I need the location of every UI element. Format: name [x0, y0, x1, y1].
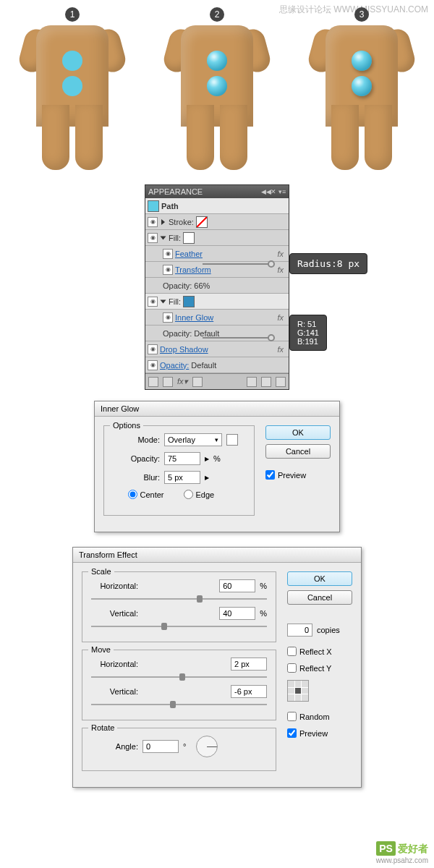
rotate-legend: Rotate [88, 723, 117, 732]
h-label: Horizontal: [91, 660, 138, 668]
step-1: 1 [22, 7, 123, 170]
move-legend: Move [88, 645, 114, 654]
preview-checkbox[interactable]: Preview [287, 728, 352, 738]
path-row[interactable]: Path [145, 198, 289, 214]
cancel-button[interactable]: Cancel [287, 590, 352, 605]
drop-shadow-row[interactable]: Drop Shadow fx [145, 341, 289, 357]
move-v-input[interactable]: -6 px [231, 685, 267, 698]
expand-icon[interactable] [161, 219, 165, 225]
preview-checkbox[interactable]: Preview [265, 470, 331, 480]
expand-icon[interactable] [161, 236, 166, 239]
step-2: 2 [166, 7, 268, 170]
inner-glow-row[interactable]: Inner Glow fx [145, 310, 289, 326]
scale-v-input[interactable]: 40 [219, 607, 255, 620]
visibility-icon[interactable] [148, 360, 158, 370]
new-icon[interactable] [261, 377, 271, 387]
scale-h-input[interactable]: 60 [219, 579, 255, 592]
fill-swatch[interactable] [183, 296, 195, 307]
candy-button [207, 76, 227, 96]
opacity-row-1[interactable]: Opacity: 66% [145, 278, 289, 294]
close-icon[interactable]: ✕ [270, 188, 277, 195]
candy-button [62, 76, 82, 96]
reflect-x-checkbox[interactable]: Reflect X [287, 647, 352, 656]
appearance-panel: APPEARANCE ◀◀ ✕ ▾≡ Path Stroke: Fill: Fe… [145, 184, 289, 390]
opacity-input[interactable]: 75 [164, 452, 200, 465]
menu-icon[interactable]: ▾≡ [278, 188, 286, 195]
dropdown-icon[interactable]: ▶ [205, 456, 209, 462]
move-h-input[interactable]: 2 px [231, 658, 267, 671]
copies-label: copies [317, 626, 340, 634]
visibility-icon[interactable] [148, 297, 158, 307]
callout-line [203, 263, 269, 265]
edge-radio[interactable]: Edge [184, 490, 231, 499]
steps-row: 1 2 3 [0, 0, 434, 184]
feather-row[interactable]: Feather fx [145, 246, 289, 262]
angle-input[interactable]: 0 [142, 740, 179, 753]
ps-url: www.psahz.com [376, 856, 428, 864]
feather-link[interactable]: Feather [175, 250, 203, 258]
stroke-icon[interactable] [163, 377, 173, 387]
copies-input[interactable]: 0 [287, 624, 312, 637]
step-3: 3 [311, 7, 412, 170]
duplicate-icon[interactable] [247, 377, 257, 387]
reflect-y-checkbox[interactable]: Reflect Y [287, 663, 352, 673]
fill-swatch[interactable] [183, 232, 195, 244]
ps-logo: PS [376, 841, 396, 856]
move-v-slider[interactable] [91, 704, 267, 705]
color-swatch[interactable] [226, 434, 238, 446]
inner-glow-link[interactable]: Inner Glow [175, 313, 213, 322]
visibility-icon[interactable] [148, 344, 158, 354]
trash-icon[interactable] [276, 377, 286, 387]
blur-input[interactable]: 5 px [164, 471, 200, 484]
fx-menu-icon[interactable]: fx▾ [177, 377, 188, 386]
h-label: Horizontal: [91, 582, 138, 590]
opacity-row-3[interactable]: Opacity: Default [145, 357, 289, 373]
panel-footer: fx▾ [145, 373, 289, 389]
collapse-icon[interactable]: ◀◀ [261, 188, 268, 195]
fx-icon: fx [277, 250, 286, 258]
scale-h-slider[interactable] [91, 598, 267, 600]
clear-icon[interactable] [192, 377, 203, 387]
move-h-slider[interactable] [91, 676, 267, 678]
mode-select[interactable]: Overlay [164, 433, 222, 446]
path-label: Path [161, 202, 179, 210]
ok-button[interactable]: OK [265, 425, 331, 440]
inner-glow-dialog: Inner Glow Options Mode: Overlay Opacity… [94, 401, 340, 532]
visibility-icon[interactable] [163, 249, 173, 259]
options-legend: Options [110, 421, 143, 430]
candy-button [352, 76, 372, 96]
fx-icon: fx [277, 345, 286, 354]
expand-icon[interactable] [161, 299, 166, 303]
center-radio[interactable]: Center [128, 490, 175, 499]
stroke-swatch[interactable] [196, 216, 208, 228]
scale-fieldset: Scale Horizontal: 60 % Vertical: 40 % [82, 571, 276, 642]
ok-button[interactable]: OK [287, 571, 352, 586]
random-checkbox[interactable]: Random [287, 712, 352, 721]
fill-row-2[interactable]: Fill: [145, 294, 289, 310]
scale-legend: Scale [88, 567, 114, 576]
cancel-button[interactable]: Cancel [265, 444, 331, 459]
anchor-selector[interactable] [287, 680, 309, 702]
opacity-value: 66% [194, 281, 210, 290]
rgb-r: R: 51 [297, 320, 319, 328]
visibility-icon[interactable] [148, 217, 158, 227]
candy-button [207, 51, 227, 71]
opacity-link[interactable]: Opacity: [160, 361, 189, 370]
scale-v-slider[interactable] [91, 626, 267, 627]
watermark-bottom: PS 爱好者 www.psahz.com [376, 841, 428, 864]
visibility-icon[interactable] [163, 265, 173, 275]
stroke-label: Stroke: [169, 218, 194, 226]
drop-shadow-link[interactable]: Drop Shadow [160, 345, 208, 354]
visibility-icon[interactable] [163, 312, 173, 323]
visibility-icon[interactable] [148, 233, 158, 243]
dropdown-icon[interactable]: ▶ [205, 475, 209, 481]
no-fill-icon[interactable] [148, 377, 158, 387]
angle-dial[interactable] [196, 736, 218, 757]
fill-row-1[interactable]: Fill: [145, 230, 289, 246]
stroke-row[interactable]: Stroke: [145, 214, 289, 230]
blur-label: Blur: [113, 473, 160, 482]
transform-link[interactable]: Transform [175, 265, 211, 274]
thumb-swatch [148, 200, 159, 212]
angle-label: Angle: [91, 742, 138, 751]
options-fieldset: Options Mode: Overlay Opacity: 75 ▶ % Bl… [103, 425, 255, 516]
